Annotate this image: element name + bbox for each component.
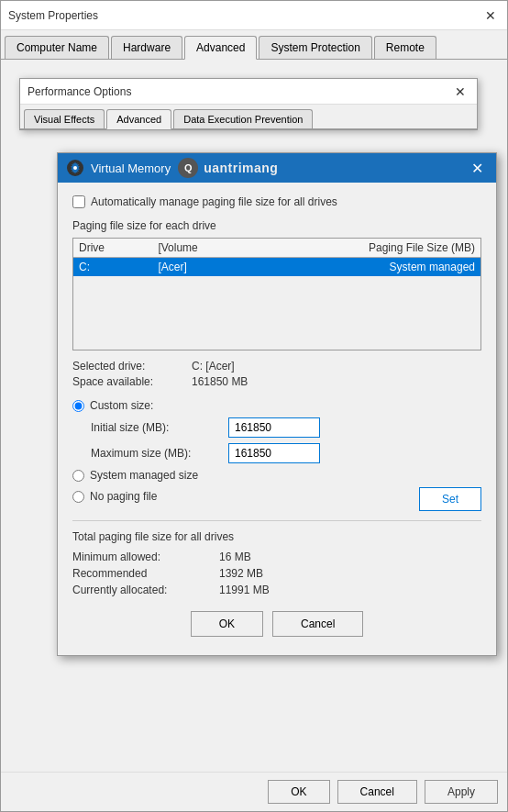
set-button[interactable]: Set — [419, 487, 481, 511]
min-allowed-label: Minimum allowed: — [72, 551, 219, 563]
tab-computer-name[interactable]: Computer Name — [5, 36, 109, 59]
no-paging-radio[interactable] — [72, 491, 84, 503]
system-managed-label: System managed size — [90, 469, 198, 482]
apply-button[interactable]: Apply — [425, 780, 498, 804]
custom-size-radio-row: Custom size: — [72, 399, 481, 412]
col-volume: [Volume — [158, 241, 316, 254]
initial-size-input[interactable] — [228, 417, 320, 438]
drive-table-body: C: [Acer] System managed — [73, 258, 480, 350]
drive-letter: C: — [79, 261, 158, 273]
main-content: Performance Options ✕ Visual Effects Adv… — [1, 60, 507, 772]
drive-paging-size: System managed — [316, 261, 475, 273]
perf-tab-dep[interactable]: Data Execution Prevention — [173, 109, 313, 128]
maximum-size-input[interactable] — [228, 443, 320, 463]
tab-hardware[interactable]: Hardware — [111, 36, 182, 59]
currently-allocated-value: 11991 MB — [219, 584, 270, 596]
no-paging-label: No paging file — [90, 490, 157, 503]
currently-allocated-row: Currently allocated: 11991 MB — [72, 584, 481, 596]
paging-section-label: Paging file size for each drive — [72, 219, 481, 232]
space-available-value: 161850 MB — [192, 375, 248, 388]
maximum-size-row: Maximum size (MB): — [91, 443, 481, 463]
virtual-memory-dialog: Virtual Memory Q uantrimang ✕ — [57, 152, 497, 656]
recommended-value: 1392 MB — [219, 567, 263, 580]
window-title: System Properties — [8, 9, 98, 22]
selected-drive-row: Selected drive: C: [Acer] — [72, 360, 481, 373]
drive-table-header: Drive [Volume Paging File Size (MB) — [73, 239, 480, 258]
min-allowed-value: 16 MB — [219, 551, 251, 563]
perf-title-bar: Performance Options ✕ — [20, 79, 477, 105]
tab-remote[interactable]: Remote — [374, 36, 436, 59]
space-available-row: Space available: 161850 MB — [72, 375, 481, 388]
initial-size-row: Initial size (MB): — [91, 417, 481, 438]
watermark-text: uantrimang — [204, 161, 278, 175]
space-available-label: Space available: — [72, 375, 192, 388]
vm-close-button[interactable]: ✕ — [468, 160, 487, 177]
auto-manage-checkbox[interactable] — [72, 195, 85, 208]
total-section: Total paging file size for all drives Mi… — [72, 520, 481, 596]
system-tab-bar: Computer Name Hardware Advanced System P… — [1, 30, 507, 60]
custom-size-label: Custom size: — [90, 399, 153, 412]
vm-cancel-button[interactable]: Cancel — [272, 611, 363, 637]
tab-advanced[interactable]: Advanced — [184, 36, 257, 60]
title-bar: System Properties ✕ — [1, 1, 507, 30]
recommended-row: Recommended 1392 MB — [72, 567, 481, 580]
vm-dialog-buttons: OK Cancel — [72, 611, 481, 642]
ok-button[interactable]: OK — [268, 780, 329, 804]
info-section: Selected drive: C: [Acer] Space availabl… — [72, 360, 481, 388]
tab-system-protection[interactable]: System Protection — [259, 36, 371, 59]
drive-table: Drive [Volume Paging File Size (MB) C: [… — [72, 238, 481, 350]
maximum-size-label: Maximum size (MB): — [91, 447, 228, 460]
no-paging-radio-row: No paging file — [72, 490, 157, 503]
radio-section: Custom size: Initial size (MB): Maximum … — [72, 399, 481, 511]
title-bar-buttons: ✕ — [481, 6, 500, 25]
min-allowed-row: Minimum allowed: 16 MB — [72, 551, 481, 563]
col-paging-size: Paging File Size (MB) — [316, 241, 475, 254]
vm-ok-button[interactable]: OK — [191, 611, 263, 637]
drive-row[interactable]: C: [Acer] System managed — [73, 258, 480, 276]
perf-dialog-title: Performance Options — [28, 85, 131, 98]
svg-point-1 — [73, 166, 77, 170]
system-managed-radio-row: System managed size — [72, 469, 481, 482]
cancel-button[interactable]: Cancel — [337, 780, 417, 804]
system-managed-radio[interactable] — [72, 470, 84, 482]
auto-manage-label: Automatically manage paging file size fo… — [91, 195, 337, 208]
performance-options-dialog: Performance Options ✕ Visual Effects Adv… — [19, 78, 478, 130]
set-button-row: Set — [419, 487, 481, 511]
vm-dialog-title: Virtual Memory — [91, 161, 171, 175]
custom-size-radio[interactable] — [72, 400, 84, 412]
recommended-label: Recommended — [72, 567, 219, 580]
initial-size-label: Initial size (MB): — [91, 421, 228, 434]
vm-body: Automatically manage paging file size fo… — [58, 183, 496, 655]
close-button[interactable]: ✕ — [481, 6, 500, 25]
currently-allocated-label: Currently allocated: — [72, 584, 219, 596]
drive-volume: [Acer] — [158, 261, 316, 273]
bottom-button-bar: OK Cancel Apply — [1, 772, 507, 811]
selected-drive-value: C: [Acer] — [192, 360, 235, 373]
selected-drive-label: Selected drive: — [72, 360, 192, 373]
vm-title-bar: Virtual Memory Q uantrimang ✕ — [58, 153, 496, 183]
auto-manage-checkbox-row: Automatically manage paging file size fo… — [72, 195, 481, 208]
perf-tab-advanced[interactable]: Advanced — [106, 109, 171, 129]
perf-tab-visual-effects[interactable]: Visual Effects — [24, 109, 105, 128]
col-drive: Drive — [79, 241, 158, 254]
watermark-logo: Q — [178, 158, 198, 178]
total-section-title: Total paging file size for all drives — [72, 530, 481, 543]
system-properties-window: System Properties ✕ Computer Name Hardwa… — [0, 0, 508, 812]
perf-tab-bar: Visual Effects Advanced Data Execution P… — [20, 105, 477, 129]
vm-icon — [67, 160, 83, 176]
perf-close-button[interactable]: ✕ — [451, 83, 469, 101]
